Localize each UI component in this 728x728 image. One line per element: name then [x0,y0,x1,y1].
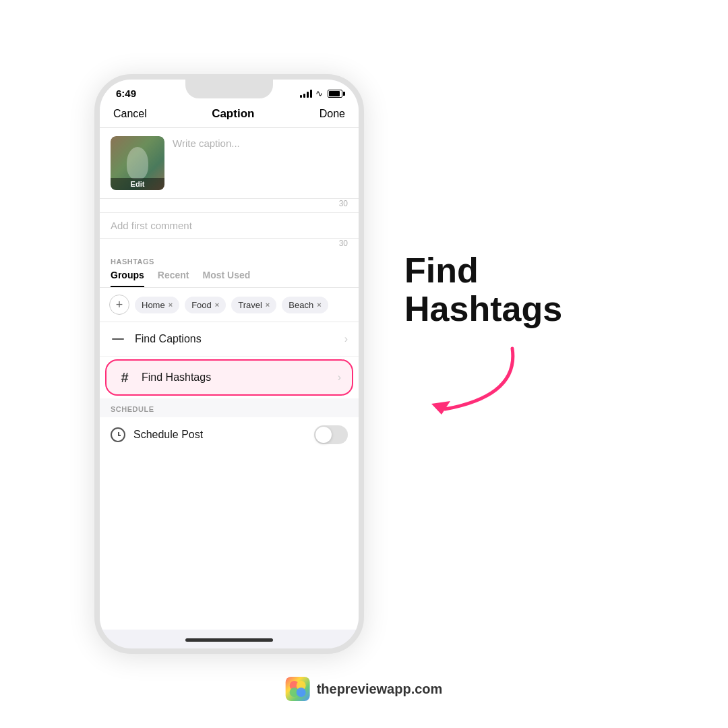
tag-chip-travel[interactable]: Travel × [231,297,276,313]
phone-content: Edit Write caption... 30 Add first comme… [100,128,359,630]
hashtags-section: HASHTAGS Groups Recent Most Used + Home … [100,251,359,322]
battery-icon [328,90,342,98]
caption-area: Edit Write caption... [100,128,359,199]
cancel-button[interactable]: Cancel [113,108,147,120]
caption-char-count: 30 [100,199,359,212]
hashtags-label: HASHTAGS [100,251,359,270]
nav-bar: Cancel Caption Done [100,102,359,128]
svg-point-4 [297,688,306,697]
tag-travel-remove[interactable]: × [266,301,270,309]
find-captions-label: Find Captions [135,333,335,345]
tag-beach-remove[interactable]: × [317,301,321,309]
wifi-icon: ∿ [315,88,323,98]
tag-chip-food[interactable]: Food × [185,297,226,313]
tab-recent[interactable]: Recent [158,270,189,287]
tag-chip-beach[interactable]: Beach × [282,297,328,313]
tag-home-remove[interactable]: × [169,301,173,309]
caption-input[interactable]: Write caption... [173,136,348,190]
schedule-section: SCHEDULE Schedule Post [100,398,359,452]
tag-food-remove[interactable]: × [215,301,219,309]
schedule-post-item: Schedule Post [100,417,359,452]
page: 6:49 ∿ Cancel Caption Done [0,0,728,728]
clock-icon [111,427,125,442]
phone-notch [185,80,273,98]
toggle-knob [315,427,332,443]
tab-groups[interactable]: Groups [111,270,144,287]
plus-icon: + [116,299,123,311]
phone-frame: 6:49 ∿ Cancel Caption Done [94,74,364,654]
arrow-icon [404,342,539,423]
tab-most-used[interactable]: Most Used [202,270,250,287]
home-indicator [185,638,273,642]
add-group-button[interactable]: + [109,295,129,315]
arrow-container [404,342,539,423]
tag-chip-home[interactable]: Home × [135,297,179,313]
tag-travel-label: Travel [238,300,262,310]
tag-food-label: Food [191,300,212,310]
first-comment-input[interactable]: Add first comment [111,220,348,231]
schedule-section-label: SCHEDULE [100,398,359,417]
nav-title: Caption [212,107,254,121]
promo-title: Find Hashtags [404,251,562,328]
promo-title-line2: Hashtags [404,289,562,328]
hashtag-tabs: Groups Recent Most Used [100,270,359,288]
chevron-right-icon-2: › [338,371,341,384]
edit-thumbnail-label[interactable]: Edit [111,178,164,190]
schedule-post-label: Schedule Post [133,429,306,441]
comment-char-count: 30 [100,239,359,251]
right-panel: Find Hashtags [364,251,728,477]
tag-beach-label: Beach [289,300,313,310]
signal-icon [300,90,312,98]
find-hashtags-item[interactable]: # Find Hashtags › [105,359,353,396]
footer-logo [286,677,310,701]
status-icons: ∿ [300,88,342,98]
promo-title-line1: Find [404,251,479,290]
menu-section: Find Captions › # Find Hashtags › [100,322,359,396]
status-time: 6:49 [116,88,136,99]
find-captions-item[interactable]: Find Captions › [100,322,359,357]
chevron-right-icon: › [344,333,348,345]
schedule-toggle[interactable] [314,425,348,444]
tag-home-label: Home [142,300,165,310]
footer: thepreviewapp.com [286,677,443,701]
thumbnail-container: Edit [111,136,164,190]
first-comment-area: Add first comment [100,212,359,239]
dash-icon [111,332,125,346]
done-button[interactable]: Done [320,108,345,120]
footer-website: thepreviewapp.com [317,681,443,697]
hash-icon: # [117,370,132,385]
groups-row: + Home × Food × Travel × Bea [100,288,359,322]
find-hashtags-label: Find Hashtags [142,371,328,384]
